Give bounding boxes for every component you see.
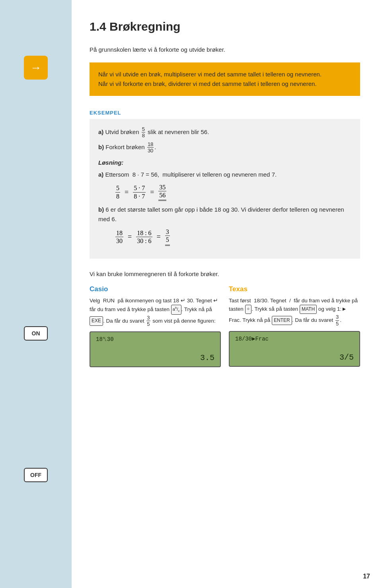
texas-text: Tast først 18/30. Tegnet / får du fram v…: [229, 296, 360, 327]
exe-key[interactable]: EXE: [90, 316, 103, 325]
sol-b-text: b) 6 er det største tallet som går opp i…: [98, 205, 351, 224]
off-label: OFF: [30, 472, 41, 478]
frac-3-5: 3 5: [165, 228, 170, 245]
task-b: b) Forkort brøken 1830.: [98, 141, 351, 154]
info-box: Når vi vil utvide en brøk, multipliserer…: [90, 62, 360, 96]
casio-title: Casio: [90, 285, 221, 293]
task-b-label: b): [98, 144, 104, 150]
intro-text: På grunnskolen lærte vi å forkorte og ut…: [90, 45, 360, 55]
div-key[interactable]: ÷: [245, 305, 252, 314]
frac-5x7-8x7: 5 · 7 8 · 7: [133, 184, 146, 200]
texas-screen-top: 18/30►Frac: [235, 336, 354, 342]
task-a-label: a): [98, 129, 103, 135]
fraction-18-30: 1830: [147, 141, 154, 154]
arrow-icon: →: [30, 61, 41, 74]
info-line1: Når vi vil utvide en brøk, multipliserer…: [98, 70, 351, 79]
texas-column: Texas Tast først 18/30. Tegnet / får du …: [229, 285, 360, 367]
frac-18div6-30div6: 18 : 6 30 : 6: [136, 229, 152, 245]
calculator-section: Vi kan bruke lommeregneren til å forkort…: [90, 271, 360, 367]
enter-key[interactable]: ENTER: [272, 316, 292, 325]
page-title: 1.4 Brøkregning: [90, 20, 360, 33]
page-number: 17: [363, 573, 370, 580]
frac-35-56: 35 56: [158, 183, 166, 201]
sol-a-text: a) Ettersom 8 · 7 = 56, multipliserer vi…: [98, 170, 351, 179]
casio-text: Velg RUN på ikonmenyen og tast 18 ↵ 30. …: [90, 296, 221, 327]
losning-label: Løsning:: [98, 158, 351, 167]
math-key[interactable]: MATH: [300, 305, 317, 314]
frac-18-30-display: 18 30: [115, 229, 123, 245]
eksempel-label: EKSEMPEL: [90, 110, 360, 116]
left-sidebar: → ON OFF: [0, 0, 72, 588]
answer-frac-casio: 35: [146, 315, 150, 327]
example-box: a) Utvid brøken 58 slik at nevneren blir…: [90, 119, 360, 259]
task-a: a) Utvid brøken 58 slik at nevneren blir…: [98, 126, 351, 139]
answer-frac-texas: 35: [335, 314, 339, 327]
casio-screen: 18␤30 3.5: [90, 331, 221, 367]
off-button: OFF: [24, 468, 48, 482]
casio-column: Casio Velg RUN på ikonmenyen og tast 18 …: [90, 285, 221, 367]
texas-screen-bottom: 3/5: [235, 353, 354, 362]
on-label: ON: [32, 330, 40, 337]
math-display-b: 18 30 = 18 : 6 30 : 6 = 3 5: [114, 228, 351, 245]
calc-intro: Vi kan bruke lommeregneren til å forkort…: [90, 271, 360, 277]
abc-key[interactable]: ab/c: [171, 305, 181, 315]
texas-title: Texas: [229, 285, 360, 293]
arrow-box: →: [24, 56, 48, 80]
sol-b-label: b): [98, 206, 104, 213]
frac-5-8-display: 5 8: [115, 184, 120, 200]
texas-screen: 18/30►Frac 3/5: [229, 331, 360, 367]
fraction-5-8: 58: [142, 126, 145, 139]
sol-a-label: a): [98, 171, 103, 178]
casio-screen-bottom: 3.5: [96, 353, 214, 362]
on-button: ON: [24, 326, 48, 341]
main-content: 1.4 Brøkregning På grunnskolen lærte vi …: [72, 0, 382, 588]
info-line2: Når vi vil forkorte en brøk, dividerer v…: [98, 79, 351, 89]
casio-screen-top: 18␤30: [96, 336, 214, 343]
calc-columns: Casio Velg RUN på ikonmenyen og tast 18 …: [90, 285, 360, 367]
math-display-a: 5 8 = 5 · 7 8 · 7 = 35 56: [114, 183, 351, 201]
